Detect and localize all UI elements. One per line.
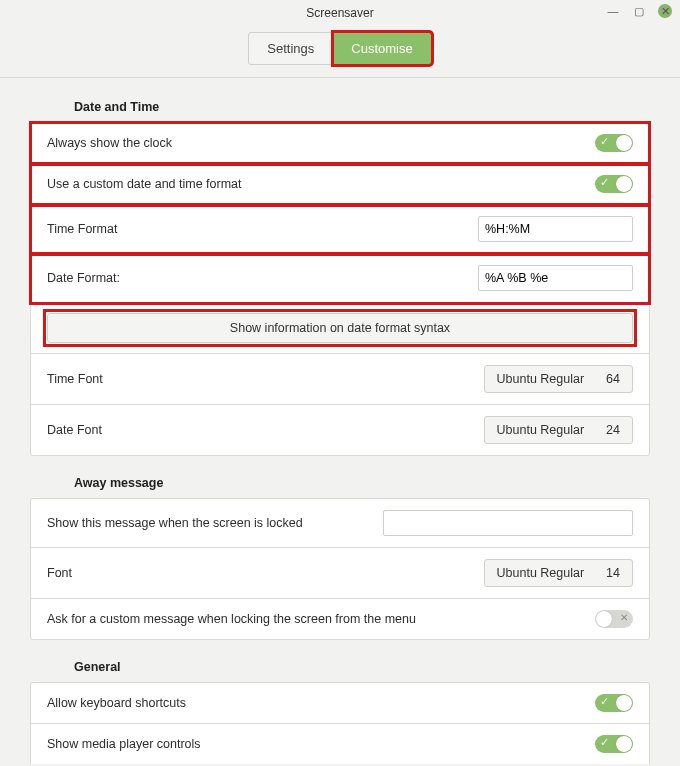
maximize-icon[interactable]: ▢: [632, 4, 646, 18]
button-away-font[interactable]: Ubuntu Regular 14: [484, 559, 633, 587]
away-font-name: Ubuntu Regular: [497, 566, 585, 580]
row-date-font: Date Font Ubuntu Regular 24: [31, 405, 649, 455]
label-keyboard-shortcuts: Allow keyboard shortcuts: [47, 696, 583, 710]
minimize-icon[interactable]: —: [606, 4, 620, 18]
row-time-format: Time Format: [31, 205, 649, 254]
time-font-size: 64: [606, 372, 620, 386]
tab-settings[interactable]: Settings: [248, 32, 333, 65]
button-date-syntax-info[interactable]: Show information on date format syntax: [47, 313, 633, 343]
label-time-font: Time Font: [47, 372, 472, 386]
row-ask-custom: Ask for a custom message when locking th…: [31, 599, 649, 639]
row-media-controls: Show media player controls: [31, 724, 649, 764]
time-font-name: Ubuntu Regular: [497, 372, 585, 386]
toggle-custom-format[interactable]: [595, 175, 633, 193]
row-away-message: Show this message when the screen is loc…: [31, 499, 649, 548]
section-title-general: General: [74, 660, 650, 674]
row-away-font: Font Ubuntu Regular 14: [31, 548, 649, 599]
label-time-format: Time Format: [47, 222, 466, 236]
away-font-size: 14: [606, 566, 620, 580]
toggle-always-show-clock[interactable]: [595, 134, 633, 152]
panel-away: Show this message when the screen is loc…: [30, 498, 650, 640]
titlebar: Screensaver — ▢ ✕: [0, 0, 680, 26]
label-away-font: Font: [47, 566, 472, 580]
label-date-font: Date Font: [47, 423, 472, 437]
label-media-controls: Show media player controls: [47, 737, 583, 751]
row-date-format: Date Format:: [31, 254, 649, 303]
label-custom-format: Use a custom date and time format: [47, 177, 583, 191]
input-away-message[interactable]: [383, 510, 633, 536]
window-controls: — ▢ ✕: [606, 4, 672, 18]
date-font-size: 24: [606, 423, 620, 437]
date-font-name: Ubuntu Regular: [497, 423, 585, 437]
input-time-format[interactable]: [478, 216, 633, 242]
tab-bar: Settings Customise: [0, 26, 680, 77]
section-title-datetime: Date and Time: [74, 100, 650, 114]
row-keyboard-shortcuts: Allow keyboard shortcuts: [31, 683, 649, 724]
toggle-ask-custom[interactable]: [595, 610, 633, 628]
label-ask-custom: Ask for a custom message when locking th…: [47, 612, 583, 626]
label-date-format: Date Format:: [47, 271, 466, 285]
tab-customise[interactable]: Customise: [333, 32, 431, 65]
window-title: Screensaver: [306, 6, 373, 20]
input-date-format[interactable]: [478, 265, 633, 291]
toggle-media-controls[interactable]: [595, 735, 633, 753]
panel-datetime: Always show the clock Use a custom date …: [30, 122, 650, 456]
row-syntax-info: Show information on date format syntax: [31, 303, 649, 354]
label-always-show-clock: Always show the clock: [47, 136, 583, 150]
content-area: Date and Time Always show the clock Use …: [0, 78, 680, 764]
button-time-font[interactable]: Ubuntu Regular 64: [484, 365, 633, 393]
toggle-keyboard-shortcuts[interactable]: [595, 694, 633, 712]
close-icon[interactable]: ✕: [658, 4, 672, 18]
button-date-font[interactable]: Ubuntu Regular 24: [484, 416, 633, 444]
row-time-font: Time Font Ubuntu Regular 64: [31, 354, 649, 405]
panel-general: Allow keyboard shortcuts Show media play…: [30, 682, 650, 764]
section-title-away: Away message: [74, 476, 650, 490]
row-custom-format: Use a custom date and time format: [31, 164, 649, 205]
label-away-message: Show this message when the screen is loc…: [47, 516, 371, 530]
row-always-show-clock: Always show the clock: [31, 123, 649, 164]
